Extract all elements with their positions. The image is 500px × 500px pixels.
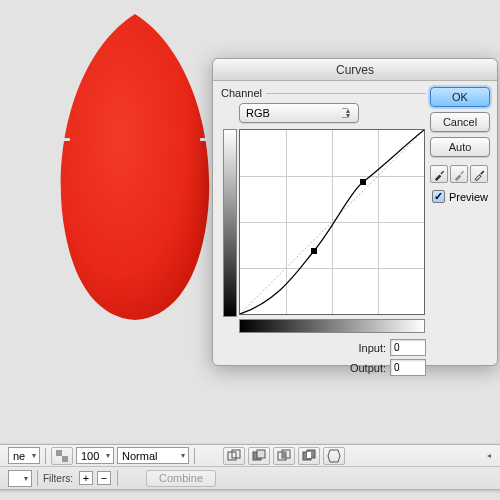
preview-checkbox[interactable]: ✓ [432, 190, 445, 203]
remove-filter-button[interactable]: − [97, 471, 111, 485]
stroke-width-dropdown[interactable] [8, 470, 32, 487]
eyedropper-white-icon[interactable] [470, 165, 488, 183]
ok-button[interactable]: OK [430, 87, 490, 107]
svg-rect-1 [200, 138, 212, 141]
svg-rect-12 [257, 450, 265, 458]
collapse-left-icon[interactable] [487, 448, 500, 456]
bottom-toolbar: ne 100 Normal Filters: + − Combine [0, 444, 500, 490]
eyedropper-black-icon[interactable] [430, 165, 448, 183]
preview-label: Preview [449, 191, 488, 203]
svg-rect-4 [360, 179, 366, 185]
svg-rect-6 [62, 456, 68, 462]
combine-button[interactable]: Combine [146, 470, 216, 487]
input-label: Input: [358, 342, 386, 354]
svg-rect-7 [62, 450, 68, 456]
input-field[interactable] [390, 339, 426, 356]
filters-label: Filters: [43, 473, 73, 484]
channel-dropdown[interactable]: RGB ▴▾ [239, 103, 359, 123]
pathfinder-exclude-icon[interactable] [298, 447, 320, 465]
opacity-icon[interactable] [51, 447, 73, 465]
canvas-red-shape [55, 12, 215, 322]
channel-value: RGB [246, 107, 270, 119]
svg-rect-3 [311, 248, 317, 254]
auto-button[interactable]: Auto [430, 137, 490, 157]
output-label: Output: [350, 362, 386, 374]
pathfinder-unite-icon[interactable] [223, 447, 245, 465]
pathfinder-subtract-icon[interactable] [248, 447, 270, 465]
svg-rect-15 [282, 452, 286, 458]
channel-label: Channel [221, 87, 262, 99]
opacity-dropdown[interactable]: 100 [76, 447, 114, 464]
svg-rect-8 [56, 456, 62, 462]
stroke-style-dropdown[interactable]: ne [8, 447, 40, 464]
svg-rect-5 [56, 450, 62, 456]
blend-mode-dropdown[interactable]: Normal [117, 447, 189, 464]
dialog-title: Curves [336, 63, 374, 77]
pathfinder-intersect-icon[interactable] [273, 447, 295, 465]
svg-line-2 [240, 130, 424, 314]
divider [266, 93, 426, 94]
curve-grid[interactable] [239, 129, 425, 315]
svg-rect-18 [307, 452, 311, 458]
eyedropper-gray-icon[interactable] [450, 165, 468, 183]
input-gradient [239, 319, 425, 333]
add-filter-button[interactable]: + [79, 471, 93, 485]
curves-dialog: Curves Channel RGB ▴▾ [212, 58, 498, 366]
svg-rect-0 [58, 138, 70, 141]
output-field[interactable] [390, 359, 426, 376]
dialog-titlebar[interactable]: Curves [213, 59, 497, 81]
pathfinder-divide-icon[interactable] [323, 447, 345, 465]
cancel-button[interactable]: Cancel [430, 112, 490, 132]
output-gradient [223, 129, 237, 317]
